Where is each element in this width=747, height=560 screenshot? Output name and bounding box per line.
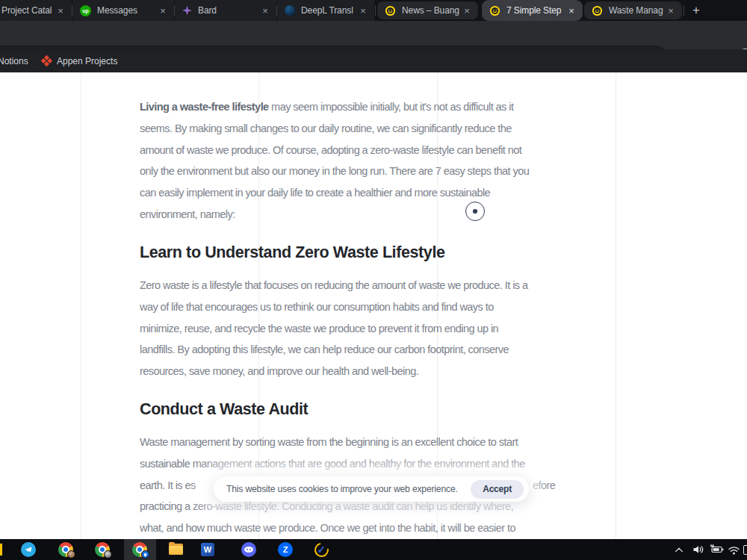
upwork-icon: up: [80, 5, 91, 16]
tab-project-catalog[interactable]: Project Catal ×: [0, 0, 72, 21]
tab-close-icon[interactable]: ×: [665, 5, 677, 16]
bookmark-label: Appen Projects: [57, 56, 117, 66]
text-fragment-right: efore: [533, 475, 555, 497]
deepl-icon: [285, 5, 295, 16]
cookie-message: This website uses cookies to improve you…: [226, 484, 458, 494]
profile-badge: [104, 550, 112, 559]
tab-label: Bard: [198, 5, 259, 16]
tab-label: Messages: [97, 5, 157, 16]
appen-diamond-icon: [41, 55, 53, 67]
tab-label: Project Catal: [1, 5, 55, 16]
checkmark-app-icon[interactable]: ✓: [306, 539, 336, 560]
tab-close-icon[interactable]: ×: [565, 5, 577, 16]
chrome-profile-1-icon[interactable]: [51, 539, 81, 560]
tab-label: 7 Simple Step: [506, 5, 565, 16]
tab-separator: [174, 5, 175, 16]
windows-taskbar: W Z ✓: [0, 539, 747, 560]
lead-bold-text: Living a waste-free lifestyle: [140, 101, 269, 113]
profile-badge: [141, 550, 149, 559]
grid-line: [616, 72, 616, 539]
tab-separator: [684, 5, 684, 16]
tab-waste-management[interactable]: Waste Manag ×: [584, 1, 682, 19]
tab-separator: [72, 5, 72, 16]
tab-strip: Project Catal × up Messages × Bard × Dee…: [0, 0, 747, 21]
tab-news-buangdisini[interactable]: News – Buang ×: [377, 1, 478, 19]
chrome-profile-2-icon[interactable]: [87, 539, 117, 560]
volume-icon[interactable]: [689, 539, 708, 560]
smiley-favicon: [385, 5, 396, 16]
tab-close-icon[interactable]: ×: [357, 5, 369, 16]
tab-label: Waste Manag: [609, 5, 665, 16]
section-heading-1: Learn to Understand Zero Waste Lifestyle: [140, 243, 445, 262]
zero-waste-paragraph: Zero waste is a lifestyle that focuses o…: [140, 275, 528, 382]
tab-separator: [375, 5, 376, 16]
grid-line: [81, 72, 81, 539]
tab-deepl[interactable]: DeepL Transl ×: [277, 0, 374, 21]
smiley-favicon: [489, 5, 500, 16]
webpage-content: Living a waste-free lifestyle may seem i…: [0, 72, 747, 539]
tab-close-icon[interactable]: ×: [55, 5, 66, 16]
tab-label: News – Buang: [402, 5, 461, 16]
section-heading-2: Conduct a Waste Audit: [140, 400, 308, 419]
tray-partial-icon[interactable]: [743, 545, 747, 555]
tab-upwork-messages[interactable]: up Messages ×: [72, 0, 174, 21]
browser-window: Project Catal × up Messages × Bard × Dee…: [0, 0, 747, 560]
zalo-icon[interactable]: Z: [270, 539, 300, 560]
tab-7-simple-steps-active[interactable]: 7 Simple Step ×: [482, 0, 583, 21]
tray-chevron-icon[interactable]: [669, 539, 689, 560]
file-explorer-icon[interactable]: [161, 539, 190, 560]
custom-cursor: [465, 202, 485, 221]
clipped-app-icon[interactable]: [0, 544, 2, 556]
profile-badge: [67, 550, 75, 559]
text-fragment-left: earth. It is es: [140, 479, 196, 491]
tab-close-icon[interactable]: ×: [259, 5, 271, 16]
bookmark-appen-projects[interactable]: Appen Projects: [43, 49, 117, 72]
bookmarks-bar: Notions Appen Projects: [0, 49, 747, 72]
bard-sparkle-icon: [182, 6, 192, 16]
tab-label: DeepL Transl: [301, 5, 357, 16]
new-tab-button[interactable]: +: [687, 2, 705, 19]
browser-toolbar: uangdisini.com/7-simple-steps-to-practic…: [0, 21, 747, 49]
chrome-profile-3-icon-active[interactable]: [125, 539, 155, 560]
cookie-banner: This website uses cookies to improve you…: [214, 476, 529, 502]
word-icon[interactable]: W: [193, 539, 223, 560]
tab-close-icon[interactable]: ×: [461, 5, 473, 16]
smiley-favicon: [592, 5, 603, 16]
telegram-icon[interactable]: [13, 539, 43, 560]
tab-bard[interactable]: Bard ×: [175, 0, 276, 21]
wifi-icon[interactable]: [724, 539, 743, 560]
tab-close-icon[interactable]: ×: [157, 5, 169, 16]
discord-icon[interactable]: [234, 539, 264, 560]
bookmark-notions[interactable]: Notions: [0, 49, 28, 72]
accept-button[interactable]: Accept: [471, 480, 524, 499]
tab-separator: [276, 5, 277, 16]
